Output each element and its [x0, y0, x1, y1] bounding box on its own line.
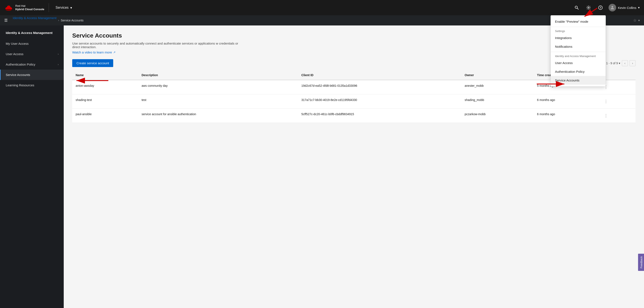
- sidebar-item-service-accounts[interactable]: Service Accounts: [0, 70, 64, 80]
- avatar: [608, 4, 616, 11]
- col-owner: Owner: [461, 70, 534, 80]
- cell-menu-2[interactable]: ⋮: [599, 109, 636, 123]
- sidebar-label-auth-policy: Authentication Policy: [6, 63, 35, 66]
- col-client-id: Client ID: [298, 70, 461, 80]
- chevron-right-icon: ›: [58, 63, 58, 66]
- cell-description-2: service account for ansible authenticati…: [138, 109, 298, 123]
- sidebar-label-service-accounts: Service Accounts: [6, 73, 30, 77]
- logo-line1: Red Hat: [15, 4, 44, 8]
- hamburger-button[interactable]: ☰: [4, 18, 8, 23]
- cell-time-2: 6 months ago: [534, 109, 599, 123]
- cell-owner-2: pczarkow-mobb: [461, 109, 534, 123]
- pagination-count-dropdown[interactable]: 1 - 9 of 9 ▾: [606, 61, 620, 65]
- search-icon[interactable]: [573, 4, 580, 11]
- user-name: Kevin Collins: [618, 6, 636, 9]
- cell-name-1: shading-test: [72, 94, 138, 109]
- logo-text: Red Hat Hybrid Cloud Console: [15, 4, 44, 11]
- cell-name-2: paul-ansible: [72, 109, 138, 123]
- table-row: shading-test test 317a71c7-bb30-4019-8e2…: [72, 94, 636, 109]
- sidebar-item-learning-resources[interactable]: Learning Resources: [0, 80, 64, 90]
- dropdown-service-accounts[interactable]: Service Accounts: [551, 76, 606, 85]
- pagination: 1 - 9 of 9 ▾ ‹ ›: [606, 60, 636, 66]
- app-layout: Identity & Access Management My User Acc…: [0, 25, 644, 308]
- dropdown-notifications[interactable]: Notifications: [551, 42, 606, 51]
- svg-text:?: ?: [600, 6, 601, 9]
- cell-owner-0: anester_mobb: [461, 80, 534, 94]
- settings-dropdown-menu: Enable "Preview" mode Settings Integrati…: [550, 15, 606, 87]
- external-link-icon: ↗: [113, 51, 116, 54]
- settings-icon[interactable]: [585, 4, 592, 11]
- cell-client-id-1: 317a71c7-bb30-4019-8e2e-cd1195fd4330: [298, 94, 461, 109]
- help-icon[interactable]: ?: [597, 4, 604, 11]
- dropdown-enable-preview[interactable]: Enable "Preview" mode: [551, 17, 606, 26]
- cell-owner-1: shading_mobb: [461, 94, 534, 109]
- dropdown-integrations[interactable]: Integrations: [551, 33, 606, 42]
- sidebar-item-user-access[interactable]: User Access ›: [0, 49, 64, 59]
- cell-client-id-2: 5cff527c-dc20-461c-b0f6-cbddf9834915: [298, 109, 461, 123]
- watch-video-link[interactable]: Watch a video to learn more ↗: [72, 50, 116, 54]
- dropdown-user-access[interactable]: User Access: [551, 59, 606, 67]
- services-button[interactable]: Services ▾: [53, 4, 74, 11]
- breadcrumb-bar: ☰ Identity & Access Management › Service…: [0, 15, 644, 25]
- col-name: Name: [72, 70, 138, 80]
- cell-description-1: test: [138, 94, 298, 109]
- svg-point-4: [588, 7, 589, 8]
- user-chevron-icon: ▾: [638, 6, 640, 9]
- page-description: Use service accounts to securely and aut…: [72, 42, 246, 49]
- breadcrumb-chevron-icon[interactable]: ▾: [638, 19, 640, 22]
- cell-name-0: anton-awsday: [72, 80, 138, 94]
- breadcrumb-separator: ›: [58, 19, 59, 22]
- sidebar: Identity & Access Management My User Acc…: [0, 25, 64, 308]
- dropdown-iam-section: Identity and Access Management: [551, 53, 606, 59]
- dropdown-divider-2: [551, 52, 606, 52]
- cell-description-0: aws community day: [138, 80, 298, 94]
- row-action-menu-button[interactable]: ⋮: [602, 112, 610, 119]
- table-row: paul-ansible service account for ansible…: [72, 109, 636, 123]
- sidebar-item-iam[interactable]: Identity & Access Management: [0, 27, 64, 38]
- cell-time-1: 6 months ago: [534, 94, 599, 109]
- cell-menu-1[interactable]: ⋮: [599, 94, 636, 109]
- sidebar-label-learning-resources: Learning Resources: [6, 83, 34, 87]
- user-menu[interactable]: Kevin Collins ▾: [608, 4, 640, 11]
- col-description: Description: [138, 70, 298, 80]
- sidebar-item-auth-policy[interactable]: Authentication Policy ›: [0, 59, 64, 70]
- nav-right: ? Kevin Collins ▾: [573, 4, 640, 11]
- breadcrumb-parent[interactable]: Identity & Access Management: [13, 16, 56, 20]
- pagination-dropdown-icon: ▾: [619, 61, 620, 65]
- logo-section: Red Hat Hybrid Cloud Console: [4, 3, 49, 12]
- cell-client-id-0: 19d2c67d-ea52-4fd8-b681-0135a1d33096: [298, 80, 461, 94]
- logo-line2: Hybrid Cloud Console: [15, 8, 44, 11]
- sidebar-iam-label: Identity & Access Management: [6, 31, 52, 35]
- dropdown-divider-1: [551, 27, 606, 27]
- svg-point-1: [7, 5, 10, 8]
- svg-point-7: [612, 6, 613, 8]
- pagination-prev-button[interactable]: ‹: [622, 60, 628, 66]
- red-hat-icon: [4, 3, 13, 12]
- breadcrumb-current: Service Accounts: [61, 19, 84, 22]
- bookmark-icon[interactable]: ☆: [633, 18, 636, 23]
- services-chevron-icon: ▾: [70, 6, 72, 10]
- top-navigation: Red Hat Hybrid Cloud Console Services ▾ …: [0, 0, 644, 15]
- dropdown-auth-policy[interactable]: Authentication Policy: [551, 67, 606, 76]
- pagination-label: 1 - 9 of 9: [606, 61, 618, 65]
- sidebar-item-my-user-access[interactable]: My User Access: [0, 38, 64, 49]
- svg-line-3: [577, 8, 578, 9]
- chevron-right-icon: ›: [58, 53, 58, 56]
- create-service-account-button[interactable]: Create service account: [72, 59, 113, 67]
- services-label: Services: [56, 6, 68, 9]
- red-hat-logo[interactable]: Red Hat Hybrid Cloud Console: [4, 3, 44, 12]
- sidebar-label-my-user-access: My User Access: [6, 42, 29, 45]
- row-action-menu-button[interactable]: ⋮: [602, 98, 610, 105]
- feedback-tab[interactable]: Feedback: [638, 254, 644, 271]
- sidebar-label-user-access: User Access: [6, 52, 23, 56]
- dropdown-settings-section: Settings: [551, 28, 606, 33]
- pagination-next-button[interactable]: ›: [630, 60, 636, 66]
